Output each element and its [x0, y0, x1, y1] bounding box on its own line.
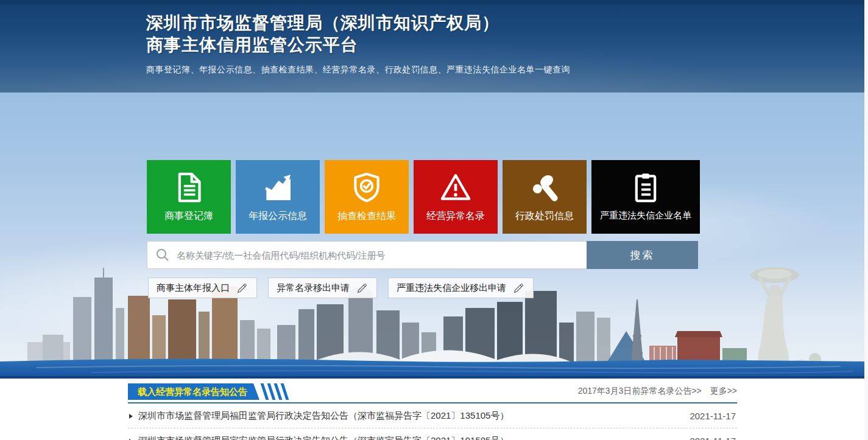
register-book-icon — [172, 170, 206, 204]
tile-annual-report[interactable]: 年报公示信息 — [236, 160, 320, 234]
announcement-title: 深圳市市场监督管理局福田监管局行政决定告知公告（深市监福异告字〔2021〕135… — [138, 410, 509, 422]
city-skyline-image — [0, 257, 868, 379]
page: 深圳市市场监督管理局（深圳市知识产权局） 商事主体信用监管公示平台 商事登记簿、… — [0, 0, 868, 440]
blacklist-removal-apply-link[interactable]: 严重违法失信企业移出申请 — [388, 278, 534, 298]
tile-penalty-info[interactable]: 行政处罚信息 — [503, 160, 587, 234]
bullet-triangle-icon — [129, 414, 133, 419]
annual-report-chart-icon — [261, 170, 295, 204]
pre2017-announcements-link[interactable]: 2017年3月3日前异常名录公告>> — [578, 386, 702, 396]
inspection-shield-icon — [350, 170, 384, 204]
tile-label: 经营异常名录 — [426, 210, 485, 223]
announcement-link[interactable]: 深圳市市场监督管理局福田监管局行政决定告知公告（深市监福异告字〔2021〕135… — [129, 410, 509, 422]
header: 深圳市市场监督管理局（深圳市知识产权局） 商事主体信用监管公示平台 商事登记簿、… — [146, 12, 570, 75]
abnormal-removal-apply-link[interactable]: 异常名录移出申请 — [268, 278, 377, 298]
feature-tiles: 商事登记簿 年报公示信息 抽查检查结果 经营异常名录 — [147, 160, 700, 234]
abnormal-warning-icon — [439, 170, 473, 204]
annual-report-entry-link[interactable]: 商事主体年报入口 — [148, 278, 257, 298]
hero-background — [0, 93, 868, 379]
top-border-strip — [0, 0, 868, 4]
tile-blacklist[interactable]: 严重违法失信企业名单 — [591, 160, 700, 234]
quick-link-label: 严重违法失信企业移出申请 — [397, 282, 506, 294]
search-icon — [155, 248, 170, 262]
search-bar: 搜索 — [147, 241, 698, 269]
section-badge: 载入经营异常名录告知公告 — [128, 383, 286, 400]
tile-label: 年报公示信息 — [249, 210, 307, 223]
pencil-icon — [513, 282, 525, 294]
tile-abnormal-list[interactable]: 经营异常名录 — [414, 160, 498, 234]
section-title: 载入经营异常名录告知公告 — [128, 383, 259, 400]
announcement-title: 深圳市市场监督管理局宝安监管局行政决定告知公告（深市监宝异告字〔2021〕191… — [138, 435, 509, 440]
quick-link-label: 异常名录移出申请 — [277, 282, 350, 294]
more-link[interactable]: 更多>> — [710, 386, 737, 396]
search-button[interactable]: 搜索 — [587, 241, 698, 269]
pencil-icon — [356, 282, 369, 294]
tile-label: 商事登记簿 — [164, 210, 213, 223]
announcement-section: 载入经营异常名录告知公告 2017年3月3日前异常名录公告>> 更多>> 深圳市… — [128, 383, 737, 440]
announcement-date: 2021-11-17 — [690, 436, 736, 440]
tile-label: 行政处罚信息 — [515, 210, 574, 223]
quick-links: 商事主体年报入口 异常名录移出申请 严重违法失信企业移出申请 — [148, 278, 534, 298]
tile-label: 抽查检查结果 — [337, 210, 396, 223]
tile-business-register[interactable]: 商事登记簿 — [147, 160, 231, 234]
vertical-scrollbar[interactable] — [864, 0, 868, 440]
announcement-header: 载入经营异常名录告知公告 2017年3月3日前异常名录公告>> 更多>> — [128, 383, 737, 403]
search-input[interactable] — [147, 241, 587, 269]
tile-label: 严重违法失信企业名单 — [600, 210, 691, 222]
announcement-row: 深圳市市场监督管理局宝安监管局行政决定告知公告（深市监宝异告字〔2021〕191… — [128, 428, 737, 440]
site-subtitle: 商事登记簿、年报公示信息、抽查检查结果、经营异常名录、行政处罚信息、严重违法失信… — [146, 65, 570, 75]
penalty-gavel-icon — [528, 170, 562, 204]
announcement-row: 深圳市市场监督管理局福田监管局行政决定告知公告（深市监福异告字〔2021〕135… — [128, 403, 737, 428]
quick-link-label: 商事主体年报入口 — [157, 282, 230, 294]
badge-stripe — [281, 383, 289, 400]
tile-inspection-results[interactable]: 抽查检查结果 — [325, 160, 409, 234]
pencil-icon — [236, 282, 249, 294]
blacklist-clipboard-icon — [629, 170, 663, 204]
statue-silhouette — [750, 267, 821, 375]
announcement-date: 2021-11-17 — [690, 411, 736, 421]
site-title-line2: 商事主体信用监管公示平台 — [146, 34, 570, 56]
site-title-line1: 深圳市市场监督管理局（深圳市知识产权局） — [146, 12, 570, 34]
announcement-link[interactable]: 深圳市市场监督管理局宝安监管局行政决定告知公告（深市监宝异告字〔2021〕191… — [129, 435, 509, 440]
